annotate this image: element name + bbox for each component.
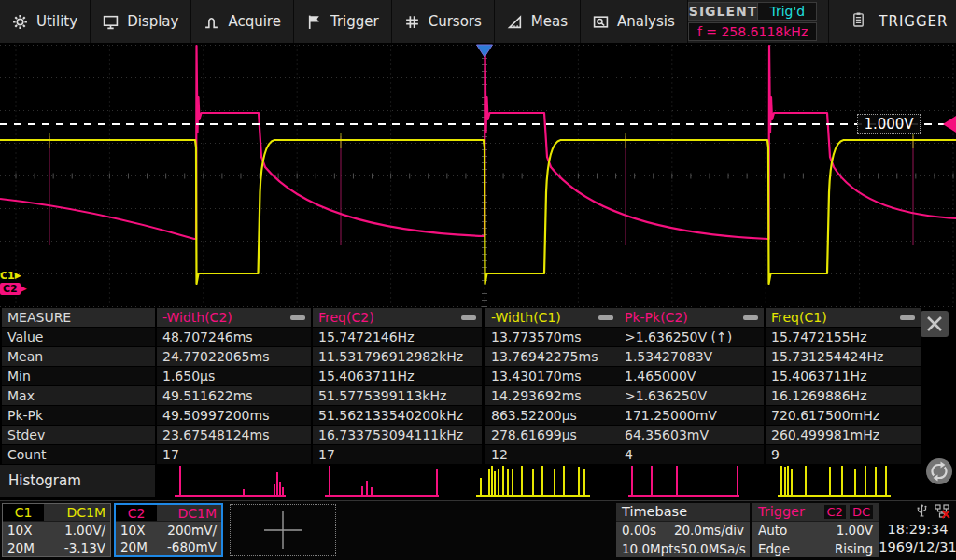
histogram-spike xyxy=(791,469,793,497)
menu-item-label: Display xyxy=(127,13,178,30)
channel-header: C1DC1M xyxy=(3,504,110,521)
histogram-spike xyxy=(541,466,543,497)
menu-item-display[interactable]: Display xyxy=(91,0,191,43)
histogram-spike xyxy=(787,466,789,497)
histogram-baseline xyxy=(175,495,286,497)
menu-item-cursors[interactable]: Cursors xyxy=(392,0,495,43)
measure-cell: 51.5775399113kHz xyxy=(313,386,482,405)
measure-cell: 13.773570ms xyxy=(485,328,619,346)
channel-offset: -3.13V xyxy=(64,540,105,555)
brand-trig-row: SIGLENT Trig'd xyxy=(688,2,818,21)
histogram-spike xyxy=(179,466,181,497)
histogram-spike xyxy=(480,478,482,497)
menu-item-acquire[interactable]: Acquire xyxy=(191,0,294,43)
menu-item-trigger[interactable]: Trigger xyxy=(294,0,392,43)
measure-column-header: -Width(C1) xyxy=(485,308,619,327)
histogram-spike xyxy=(371,487,373,497)
trigger-box[interactable]: Trigger C2 DC Auto 1.00V Edge Rising xyxy=(752,503,879,557)
menu-item-analysis[interactable]: Analysis xyxy=(581,0,688,43)
waveform-display[interactable]: 1.000V C1▶ C2▶ xyxy=(0,43,956,308)
timebase-offset: 0.00s xyxy=(622,523,656,538)
measure-cell: 24.77022065ms xyxy=(157,347,311,366)
trigger-level-label[interactable]: 1.000V xyxy=(857,114,921,134)
measure-cell: 17 xyxy=(157,445,311,464)
measure-cell: 51.562133540200kHz xyxy=(313,406,482,425)
measure-column-title: -Width(C1) xyxy=(491,310,561,325)
histogram-spike xyxy=(563,466,565,497)
histogram-spike xyxy=(507,469,509,497)
trigger-level-marker[interactable] xyxy=(943,116,956,133)
display-icon xyxy=(103,14,119,30)
menu-item-trigger-panel[interactable]: TRIGGER xyxy=(828,0,956,43)
measure-column-header: Freq(C2) xyxy=(313,308,482,327)
measure-column-title: -Width(C2) xyxy=(162,310,232,325)
minus-icon[interactable] xyxy=(598,315,613,320)
histogram-spike xyxy=(329,466,330,497)
measure-column-header: -Width(C2) xyxy=(157,308,311,327)
add-channel-button[interactable] xyxy=(230,504,336,556)
histogram-spike xyxy=(780,466,782,497)
histogram-baseline xyxy=(628,495,739,497)
trigger-type: Edge xyxy=(758,541,790,556)
histogram-spike xyxy=(737,466,738,497)
measure-row-label: Stdev xyxy=(2,426,155,444)
channel-coupling: DC1M xyxy=(177,506,221,521)
histogram-spike xyxy=(676,466,678,497)
histogram-spike xyxy=(829,467,831,497)
volt-scale: 200mV/ xyxy=(167,523,217,538)
minus-icon[interactable] xyxy=(900,315,915,320)
measure-cell: 13.76942275ms xyxy=(485,347,619,366)
channel-box-c1[interactable]: C1DC1M10X1.00V/20M-3.13V xyxy=(2,503,111,557)
measure-cell: 278.61699µs xyxy=(485,426,619,444)
system-status-box: 18:29:34 1969/12/31 xyxy=(881,503,954,557)
histogram-spike xyxy=(279,482,281,497)
minus-icon[interactable] xyxy=(743,315,758,320)
measure-cell: 15.7472146Hz xyxy=(313,328,482,346)
measure-cell: 15.4063711Hz xyxy=(766,367,921,385)
menu-item-meas[interactable]: Meas xyxy=(495,0,581,43)
minus-icon[interactable] xyxy=(290,315,305,320)
trigger-level: 1.00V xyxy=(836,523,873,538)
histogram-spike xyxy=(583,469,585,497)
menu-item-label: Meas xyxy=(531,13,568,30)
trigger-position-marker[interactable] xyxy=(477,45,493,57)
channel-offset: -680mV xyxy=(167,539,217,554)
histogram-spike xyxy=(361,486,363,497)
probe-attenuation: 10X xyxy=(120,523,145,538)
histogram-spike xyxy=(494,471,496,497)
measure-cell: 64.35603mV xyxy=(619,426,764,444)
reset-statistics-button[interactable] xyxy=(926,458,952,484)
measure-row-label: Pk-Pk xyxy=(2,406,155,425)
close-measure-button[interactable] xyxy=(921,311,949,337)
histogram-spike xyxy=(282,487,284,497)
histogram-spike xyxy=(554,469,555,497)
histogram-spike xyxy=(841,466,843,497)
gear-icon xyxy=(12,14,28,30)
measure-cell: 16.1269886Hz xyxy=(766,386,921,405)
bandwidth-limit: 20M xyxy=(120,539,148,554)
measure-cell: 1.650µs xyxy=(157,367,311,385)
siglent-logo: SIGLENT xyxy=(689,3,758,20)
acquire-icon xyxy=(204,14,219,30)
close-icon xyxy=(928,317,941,330)
menu-item-utility[interactable]: Utility xyxy=(0,0,91,43)
measure-table: MEASUREValueMeanMinMaxPk-PkStdevCount-Wi… xyxy=(0,308,956,464)
measure-column-title: Freq(C1) xyxy=(771,310,827,325)
channel-box-c2[interactable]: C2DC1M10X200mV/20M-680mV xyxy=(114,503,223,557)
menu-item-label: Acquire xyxy=(228,13,281,30)
histogram-spike xyxy=(784,467,786,497)
c2-trace xyxy=(0,46,956,239)
c1-zero-marker[interactable]: C1▶ xyxy=(0,270,21,282)
minus-icon[interactable] xyxy=(461,315,476,320)
channel-name-badge: C1 xyxy=(3,504,44,521)
timebase-box[interactable]: Timebase 0.00s 20.0ms/div 10.0Mpts 50.0M… xyxy=(616,503,750,557)
measure-row-label: Count xyxy=(2,445,155,464)
c2-zero-marker[interactable]: C2▶ xyxy=(0,283,27,295)
measure-cell: 9 xyxy=(766,445,921,464)
channel-probe-scale-row: 10X200mV/ xyxy=(116,522,221,538)
trigger-source-badge: C2 xyxy=(824,505,846,519)
measure-column-header: Pk-Pk(C2) xyxy=(619,308,764,327)
measure-cell: >1.636250V xyxy=(619,386,764,405)
usb-icon xyxy=(916,504,928,519)
channel-probe-scale-row: 10X1.00V/ xyxy=(3,522,110,539)
